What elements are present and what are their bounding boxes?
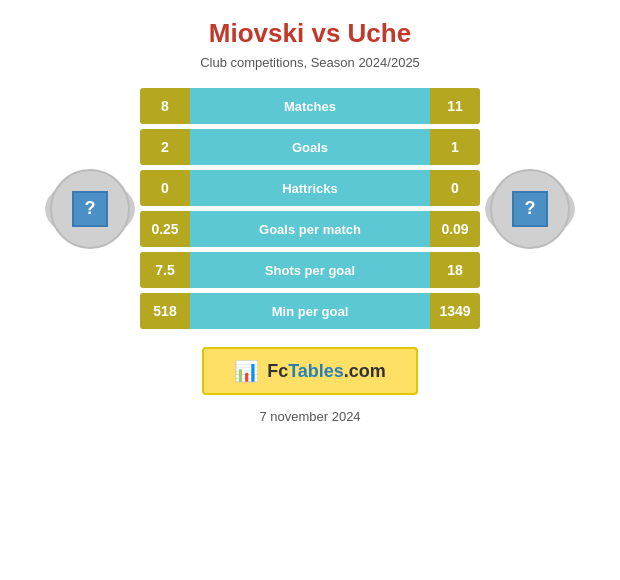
stat-label: Matches xyxy=(190,88,430,124)
brand-box: 📊 FcTables.com xyxy=(202,347,418,395)
stat-label: Goals per match xyxy=(190,211,430,247)
stat-row: 518Min per goal1349 xyxy=(140,293,480,329)
avatar-right-ellipse: ? xyxy=(485,179,575,239)
stat-row: 0Hattricks0 xyxy=(140,170,480,206)
stat-label: Goals xyxy=(190,129,430,165)
stat-label: Shots per goal xyxy=(190,252,430,288)
stat-right-value: 1 xyxy=(430,129,480,165)
brand-text: FcTables.com xyxy=(267,361,386,382)
stat-left-value: 0.25 xyxy=(140,211,190,247)
stat-label: Min per goal xyxy=(190,293,430,329)
stat-left-value: 7.5 xyxy=(140,252,190,288)
player-left-avatar: ? xyxy=(40,99,140,319)
main-content: ? 8Matches112Goals10Hattricks00.25Goals … xyxy=(10,88,610,329)
avatar-right-circle: ? xyxy=(490,169,570,249)
avatar-left-circle: ? xyxy=(50,169,130,249)
stat-right-value: 0.09 xyxy=(430,211,480,247)
stat-left-value: 0 xyxy=(140,170,190,206)
date-text: 7 november 2024 xyxy=(259,409,360,424)
stat-left-value: 518 xyxy=(140,293,190,329)
stat-row: 7.5Shots per goal18 xyxy=(140,252,480,288)
brand-icon: 📊 xyxy=(234,359,259,383)
avatar-left-placeholder: ? xyxy=(72,191,108,227)
player-right-avatar: ? xyxy=(480,99,580,319)
stat-right-value: 1349 xyxy=(430,293,480,329)
avatar-left-ellipse: ? xyxy=(45,179,135,239)
page-title: Miovski vs Uche xyxy=(209,18,411,49)
stat-row: 2Goals1 xyxy=(140,129,480,165)
page-container: Miovski vs Uche Club competitions, Seaso… xyxy=(0,0,620,580)
page-subtitle: Club competitions, Season 2024/2025 xyxy=(200,55,420,70)
stat-right-value: 18 xyxy=(430,252,480,288)
stat-row: 0.25Goals per match0.09 xyxy=(140,211,480,247)
stat-label: Hattricks xyxy=(190,170,430,206)
stat-row: 8Matches11 xyxy=(140,88,480,124)
avatar-right-placeholder: ? xyxy=(512,191,548,227)
stats-column: 8Matches112Goals10Hattricks00.25Goals pe… xyxy=(140,88,480,329)
stat-right-value: 0 xyxy=(430,170,480,206)
stat-left-value: 2 xyxy=(140,129,190,165)
stat-right-value: 11 xyxy=(430,88,480,124)
stat-left-value: 8 xyxy=(140,88,190,124)
